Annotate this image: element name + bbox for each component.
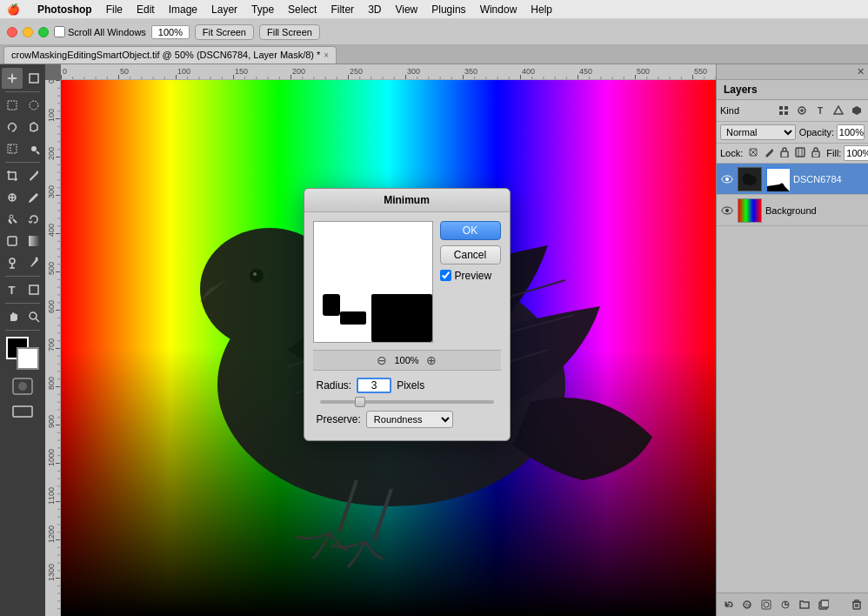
clone-stamp[interactable] [2, 209, 23, 230]
svg-rect-12 [29, 236, 39, 246]
polygonal-lasso[interactable] [23, 117, 44, 137]
dialog-body: OK Cancel Preview ⊖ 100% ⊕ [304, 212, 510, 440]
lasso-tool[interactable] [2, 117, 23, 137]
lock-all-icon[interactable] [811, 147, 821, 159]
layer-item-dscn6784[interactable]: DSCN6784 [717, 164, 868, 195]
shape-tool[interactable] [23, 279, 44, 300]
layer-group-icon[interactable] [797, 597, 812, 613]
window-minimize-btn[interactable] [23, 27, 33, 37]
menu-type[interactable]: Type [251, 3, 274, 16]
fill-input[interactable] [844, 145, 868, 161]
smart-filter-btn[interactable] [849, 103, 865, 118]
svg-point-18 [30, 312, 37, 319]
dialog-cancel-button[interactable]: Cancel [440, 245, 501, 264]
text-tool[interactable]: T [2, 279, 23, 300]
menu-select[interactable]: Select [288, 3, 317, 16]
dialog-zoom-in-icon[interactable]: ⊕ [426, 353, 437, 367]
dodge-tool[interactable] [2, 252, 23, 273]
layers-title: Layers [724, 84, 758, 96]
menu-photoshop[interactable]: Photoshop [37, 3, 92, 16]
type-filter-btn[interactable]: T [812, 103, 828, 118]
svg-rect-22 [13, 406, 32, 417]
preserve-select[interactable]: Roundness Square [366, 411, 453, 428]
svg-point-10 [10, 215, 13, 218]
marquee-tool[interactable] [2, 95, 23, 116]
dialog-preview-checkbox[interactable] [440, 270, 451, 281]
quick-selection[interactable] [23, 138, 44, 159]
layer-eye-background[interactable] [720, 204, 734, 218]
layer-adjustment-icon[interactable] [778, 597, 793, 613]
apple-menu[interactable]: 🍎 [7, 3, 20, 16]
quick-mask-tool[interactable] [12, 376, 33, 397]
eyedropper-tool[interactable] [23, 165, 44, 186]
layer-new-icon[interactable] [816, 597, 831, 613]
layer-delete-icon[interactable] [849, 597, 865, 613]
zoom-tool[interactable] [23, 306, 44, 327]
single-row-marquee[interactable] [23, 95, 44, 116]
layer-name-dscn6784: DSCN6784 [793, 174, 865, 184]
dialog-slider-thumb[interactable] [355, 397, 365, 407]
opacity-input[interactable] [837, 124, 865, 140]
layer-item-background[interactable]: Background [717, 195, 868, 226]
lock-artboard-icon[interactable] [795, 147, 805, 159]
menu-file[interactable]: File [106, 3, 123, 16]
pen-tool[interactable] [23, 252, 44, 273]
dialog-overlay: Minimum OK Cancel [45, 64, 716, 616]
layer-mask-icon[interactable] [758, 597, 774, 613]
brush-tool[interactable] [23, 187, 44, 208]
svg-text:fx: fx [745, 602, 751, 608]
layers-list: DSCN6784 [717, 164, 868, 593]
history-brush[interactable] [23, 209, 44, 230]
svg-point-2 [30, 101, 38, 110]
healing-brush[interactable] [2, 187, 23, 208]
menu-help[interactable]: Help [531, 3, 552, 16]
foreground-background-colors[interactable] [6, 337, 39, 370]
menu-window[interactable]: Window [480, 3, 517, 16]
menu-filter[interactable]: Filter [331, 3, 354, 16]
lock-image-icon[interactable] [764, 147, 774, 159]
object-selection[interactable] [2, 138, 23, 159]
fill-screen-button[interactable]: Fill Screen [259, 24, 320, 40]
blend-mode-select[interactable]: Normal Multiply Screen [720, 124, 796, 140]
dialog-zoom-out-icon[interactable]: ⊖ [377, 353, 387, 367]
crop-tool[interactable] [2, 165, 23, 186]
svg-rect-11 [8, 237, 17, 245]
scroll-all-windows-checkbox[interactable]: Scroll All Windows [54, 26, 146, 37]
fill-row: Fill: [826, 145, 868, 161]
lock-position-icon[interactable] [779, 147, 790, 159]
fit-screen-button[interactable]: Fit Screen [195, 24, 254, 40]
menu-layer[interactable]: Layer [211, 3, 237, 16]
dialog-ok-button[interactable]: OK [440, 221, 501, 240]
gradient-tool[interactable] [23, 231, 44, 251]
svg-rect-39 [796, 148, 805, 157]
document-tab[interactable]: crowMaskingEditingSmartObject.tif @ 50% … [3, 46, 337, 64]
hand-tool[interactable] [2, 306, 23, 327]
scroll-all-windows-input[interactable] [54, 26, 65, 37]
radius-input[interactable] [357, 378, 391, 393]
lock-transparency-icon[interactable] [748, 147, 758, 159]
shape-filter-btn[interactable] [831, 103, 846, 118]
screen-mode[interactable] [12, 401, 33, 422]
menu-view[interactable]: View [395, 3, 417, 16]
menu-edit[interactable]: Edit [137, 3, 155, 16]
artboard-tool[interactable] [23, 68, 44, 89]
menu-3d[interactable]: 3D [368, 3, 381, 16]
menu-plugins[interactable]: Plugins [431, 3, 465, 16]
move-tool[interactable] [2, 68, 23, 89]
menu-image[interactable]: Image [169, 3, 197, 16]
pixel-filter-btn[interactable] [776, 103, 791, 118]
dialog-preview-black-area [371, 294, 432, 342]
tab-close-btn[interactable]: × [324, 50, 329, 60]
window-maximize-btn[interactable] [38, 27, 49, 37]
dialog-preserve-row: Preserve: Roundness Square [313, 411, 501, 432]
canvas-area: Minimum OK Cancel [45, 64, 716, 616]
zoom-input[interactable] [151, 25, 190, 39]
layer-eye-dscn6784[interactable] [720, 172, 734, 186]
layer-style-icon[interactable]: fx [739, 597, 755, 613]
adjustment-filter-btn[interactable] [794, 103, 810, 118]
layer-link-icon[interactable] [720, 597, 736, 613]
background-color[interactable] [17, 347, 39, 370]
panel-close-icon[interactable]: ✕ [857, 66, 865, 77]
eraser-tool[interactable] [2, 231, 23, 251]
window-close-btn[interactable] [7, 27, 17, 37]
